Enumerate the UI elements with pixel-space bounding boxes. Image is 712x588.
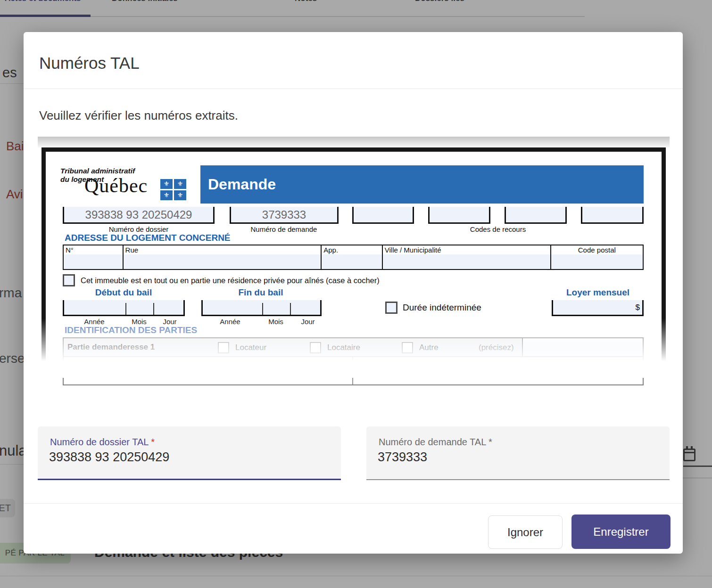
numero-dossier-tal-field: Numéro de dossier TAL *: [38, 426, 341, 480]
address-col-no: N°: [64, 245, 123, 254]
address-input-area: [551, 254, 643, 269]
code-recours-box-3: [505, 207, 567, 224]
demande-banner-label: Demande: [208, 176, 276, 193]
required-asterisk: *: [151, 437, 155, 447]
date-divider: [125, 303, 126, 315]
numero-demande-box: 3739333: [230, 207, 339, 224]
fin-bail-box: [201, 300, 322, 316]
address-cell-no: N°: [64, 245, 124, 269]
numero-demande-label: Numéro de demande: [213, 225, 355, 233]
address-cell-ville: Ville / Municipalité: [383, 245, 551, 269]
numero-dossier-label: Numéro de dossier: [68, 225, 209, 233]
address-cell-codepostal: Code postal: [551, 245, 643, 269]
numeros-tal-dialog: Numéros TAL Veuillez vérifier les numéro…: [24, 32, 683, 554]
date-divider: [290, 303, 291, 315]
address-col-ville: Ville / Municipalité: [383, 245, 550, 254]
dialog-message: Veuillez vérifier les numéros extraits.: [39, 108, 238, 123]
loyer-mensuel-box: $: [552, 300, 644, 316]
fleur-de-lis-icon: ⚜: [160, 179, 173, 189]
dialog-title: Numéros TAL: [39, 54, 140, 73]
fleur-de-lis-icon: ⚜: [174, 179, 186, 189]
duree-indeterminee-checkbox: [385, 302, 397, 314]
required-asterisk: *: [488, 437, 492, 447]
field-label-text: Numéro de dossier TAL: [50, 437, 149, 447]
address-cell-rue: Rue: [124, 245, 322, 269]
address-input-area: [124, 254, 321, 269]
rpa-note: Cet immeuble est en tout ou en partie un…: [81, 276, 380, 285]
demande-banner: Demande: [200, 165, 644, 204]
save-button[interactable]: Enregistrer: [571, 514, 671, 549]
preview-fade-out: [38, 318, 670, 378]
address-col-codepostal: Code postal: [551, 245, 643, 254]
address-section-heading: ADRESSE DU LOGEMENT CONCERNÉ: [65, 233, 231, 243]
code-recours-box-1: [352, 207, 414, 224]
numero-dossier-tal-input[interactable]: [49, 450, 323, 465]
fleur-de-lis-icon: ⚜: [160, 190, 173, 200]
codes-recours-label: Codes de recours: [427, 225, 569, 233]
app-window: Actes et documents Données initiales Not…: [0, 0, 712, 588]
fleur-de-lis-icon: ⚜: [174, 190, 186, 200]
address-table: N° Rue App. Ville / Municipalité Code po…: [63, 245, 644, 270]
duree-indeterminee-label: Durée indéterminée: [403, 302, 481, 313]
field-label-text: Numéro de demande TAL: [379, 437, 486, 447]
date-divider: [262, 303, 263, 315]
quebec-flag-icon: ⚜ ⚜ ⚜ ⚜: [160, 179, 187, 201]
fin-bail-label: Fin du bail: [214, 287, 308, 298]
dialog-footer-divider: [24, 503, 683, 504]
code-recours-box-4: [581, 207, 644, 224]
address-input-area: [64, 254, 123, 269]
address-input-area: [383, 254, 550, 269]
address-cell-app: App.: [322, 245, 383, 269]
loyer-mensuel-label: Loyer mensuel: [551, 287, 645, 298]
code-recours-box-2: [428, 207, 490, 224]
numero-dossier-box: 393838 93 20250429: [63, 207, 215, 224]
numero-demande-tal-field: Numéro de demande TAL *: [366, 426, 670, 480]
dialog-header-divider: [24, 89, 683, 89]
debut-bail-box: [63, 300, 185, 316]
numero-dossier-tal-label: Numéro de dossier TAL *: [50, 437, 155, 448]
quebec-wordmark: Québec: [84, 174, 148, 197]
rpa-checkbox: [63, 274, 75, 286]
address-col-app: App.: [322, 245, 382, 254]
preview-top-shadow: [38, 137, 670, 147]
address-input-area: [322, 254, 382, 269]
ignore-button[interactable]: Ignorer: [488, 515, 563, 549]
address-col-rue: Rue: [124, 245, 321, 254]
numero-demande-tal-input[interactable]: [378, 450, 651, 465]
date-divider: [153, 303, 154, 315]
debut-bail-label: Début du bail: [76, 287, 171, 298]
numero-demande-tal-label: Numéro de demande TAL *: [379, 437, 492, 448]
